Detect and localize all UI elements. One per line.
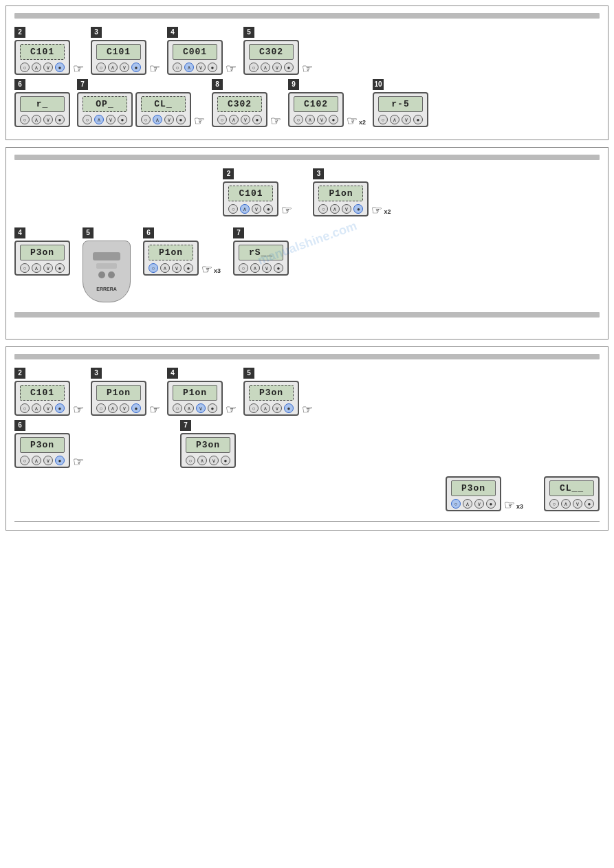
btn-enter-s2-7[interactable]: ● xyxy=(274,263,283,273)
btn-down-s3-3[interactable]: ∨ xyxy=(120,403,129,413)
btn-up-s1-9[interactable]: ∧ xyxy=(305,115,315,124)
btn-back-s3-6[interactable]: ○ xyxy=(20,456,30,465)
btn-back-s1-6[interactable]: ○ xyxy=(20,115,30,124)
btn-down-s2-3[interactable]: ∨ xyxy=(342,204,351,214)
btn-down-s2-7[interactable]: ∨ xyxy=(262,263,272,273)
btn-up-s2-4[interactable]: ∧ xyxy=(32,263,41,273)
btn-up-s3-b1[interactable]: ∧ xyxy=(463,499,472,509)
btn-enter-s1-9[interactable]: ● xyxy=(329,115,338,124)
btn-enter-s1-3[interactable]: ● xyxy=(131,63,141,72)
btn-up-s1-3[interactable]: ∧ xyxy=(108,63,118,72)
btn-back-s1-8[interactable]: ○ xyxy=(217,115,227,124)
btn-enter-s1-7a[interactable]: ● xyxy=(118,115,127,124)
btn-down-s1-10[interactable]: ∨ xyxy=(402,115,411,124)
btn-back-s3-b1[interactable]: ○ xyxy=(451,499,461,509)
btn-back-s2-6[interactable]: ○ xyxy=(149,263,158,273)
btn-up-s1-2[interactable]: ∧ xyxy=(32,63,41,72)
btn-back-s2-2[interactable]: ○ xyxy=(228,204,238,214)
btn-back-s2-3[interactable]: ○ xyxy=(318,204,328,214)
btn-back-s2-4[interactable]: ○ xyxy=(20,263,30,273)
btn-down-s3-2[interactable]: ∨ xyxy=(43,403,53,413)
step-s2-4: 4 P3on ○ ∧ ∨ ● xyxy=(14,227,70,276)
btn-up-s1-5[interactable]: ∧ xyxy=(261,63,270,72)
finger-s3-5: ☞ xyxy=(302,403,313,416)
btn-down-s1-7a[interactable]: ∨ xyxy=(106,115,116,124)
btn-enter-s1-8[interactable]: ● xyxy=(252,115,262,124)
btn-up-s3-3[interactable]: ∧ xyxy=(108,403,118,413)
btn-back-s1-3[interactable]: ○ xyxy=(96,63,106,72)
btn-up-s2-6[interactable]: ∧ xyxy=(160,263,170,273)
btn-enter-s1-4[interactable]: ● xyxy=(208,63,217,72)
btn-enter-s1-7b[interactable]: ● xyxy=(176,115,186,124)
btn-down-s2-2[interactable]: ∨ xyxy=(252,204,261,214)
btn-up-s3-7[interactable]: ∧ xyxy=(197,456,207,465)
remote-control[interactable]: ERRERA xyxy=(83,241,131,302)
btn-back-s3-b2[interactable]: ○ xyxy=(549,499,559,509)
btn-up-s3-5[interactable]: ∧ xyxy=(261,403,270,413)
btn-up-s2-3[interactable]: ∧ xyxy=(330,204,340,214)
btn-back-s1-5[interactable]: ○ xyxy=(249,63,259,72)
btn-back-s1-7a[interactable]: ○ xyxy=(83,115,92,124)
btn-down-s1-6[interactable]: ∨ xyxy=(43,115,53,124)
btn-up-s2-2[interactable]: ∧ xyxy=(240,204,250,214)
btn-enter-s3-3[interactable]: ● xyxy=(131,403,141,413)
btn-back-s2-7[interactable]: ○ xyxy=(239,263,248,273)
btn-back-s3-4[interactable]: ○ xyxy=(173,403,182,413)
btn-down-s1-2[interactable]: ∨ xyxy=(43,63,53,72)
btn-down-s3-5[interactable]: ∨ xyxy=(272,403,282,413)
btn-back-s3-5[interactable]: ○ xyxy=(249,403,259,413)
btn-up-s1-7b[interactable]: ∧ xyxy=(153,115,162,124)
btn-down-s1-9[interactable]: ∨ xyxy=(317,115,327,124)
display-s1-8: C302 xyxy=(217,96,262,112)
btn-enter-s1-5[interactable]: ● xyxy=(284,63,294,72)
btn-back-s3-7[interactable]: ○ xyxy=(186,456,195,465)
btn-enter-s1-10[interactable]: ● xyxy=(413,115,423,124)
btn-down-s3-b1[interactable]: ∨ xyxy=(474,499,484,509)
btn-back-s1-4[interactable]: ○ xyxy=(173,63,182,72)
btn-enter-s1-2[interactable]: ● xyxy=(55,63,65,72)
btn-down-s2-6[interactable]: ∨ xyxy=(172,263,182,273)
btn-down-s1-3[interactable]: ∨ xyxy=(120,63,129,72)
btn-back-s1-7b[interactable]: ○ xyxy=(141,115,151,124)
btn-down-s1-7b[interactable]: ∨ xyxy=(164,115,174,124)
btn-enter-s3-4[interactable]: ● xyxy=(208,403,217,413)
btn-enter-s3-2[interactable]: ● xyxy=(55,403,65,413)
btn-down-s2-4[interactable]: ∨ xyxy=(43,263,53,273)
buttons-s3-5: ○ ∧ ∨ ● xyxy=(249,403,294,413)
btn-enter-s2-2[interactable]: ● xyxy=(263,204,273,214)
btn-enter-s2-3[interactable]: ● xyxy=(353,204,363,214)
btn-down-s3-4[interactable]: ∨ xyxy=(196,403,206,413)
btn-enter-s1-6[interactable]: ● xyxy=(55,115,65,124)
btn-up-s1-8[interactable]: ∧ xyxy=(229,115,239,124)
btn-down-s1-5[interactable]: ∨ xyxy=(272,63,282,72)
btn-enter-s3-7[interactable]: ● xyxy=(221,456,230,465)
step-num-s2-6: 6 xyxy=(143,227,154,238)
step-num-s2-4: 4 xyxy=(14,227,25,238)
btn-down-s3-7[interactable]: ∨ xyxy=(209,456,219,465)
btn-down-s3-6[interactable]: ∨ xyxy=(43,456,53,465)
btn-back-s1-10[interactable]: ○ xyxy=(378,115,388,124)
btn-up-s2-7[interactable]: ∧ xyxy=(250,263,260,273)
btn-up-s1-6[interactable]: ∧ xyxy=(32,115,41,124)
btn-enter-s2-6[interactable]: ● xyxy=(184,263,193,273)
btn-up-s1-7a[interactable]: ∧ xyxy=(94,115,104,124)
btn-up-s3-4[interactable]: ∧ xyxy=(184,403,194,413)
btn-back-s1-9[interactable]: ○ xyxy=(294,115,303,124)
btn-enter-s3-b1[interactable]: ● xyxy=(486,499,496,509)
btn-enter-s3-6[interactable]: ● xyxy=(55,456,65,465)
btn-down-s1-4[interactable]: ∨ xyxy=(196,63,206,72)
btn-back-s3-2[interactable]: ○ xyxy=(20,403,30,413)
btn-enter-s3-5[interactable]: ● xyxy=(284,403,294,413)
btn-up-s1-10[interactable]: ∧ xyxy=(390,115,399,124)
btn-enter-s2-4[interactable]: ● xyxy=(55,263,65,273)
btn-up-s3-b2[interactable]: ∧ xyxy=(561,499,571,509)
btn-down-s1-8[interactable]: ∨ xyxy=(241,115,250,124)
btn-down-s3-b2[interactable]: ∨ xyxy=(573,499,582,509)
btn-up-s1-4[interactable]: ∧ xyxy=(184,63,194,72)
btn-up-s3-6[interactable]: ∧ xyxy=(32,456,41,465)
buttons-s2-7: ○ ∧ ∨ ● xyxy=(239,263,283,273)
btn-enter-s3-b2[interactable]: ● xyxy=(584,499,594,509)
btn-back-s3-3[interactable]: ○ xyxy=(96,403,106,413)
btn-back-s1-2[interactable]: ○ xyxy=(20,63,30,72)
btn-up-s3-2[interactable]: ∧ xyxy=(32,403,41,413)
